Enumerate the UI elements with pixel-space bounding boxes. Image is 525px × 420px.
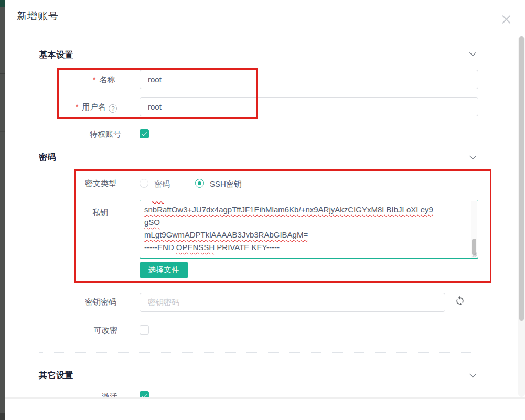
add-account-modal: 新增账号 基本设置 *名称 *用户名 特权账号 密码 密文类型 密码 SSH密钥… (5, 0, 525, 420)
background-sidebar-footer (0, 413, 5, 420)
background-sidebar-divider (0, 131, 5, 132)
secret-type-label: 密文类型 (85, 179, 116, 189)
private-key-textarea[interactable]: snbRaftOw3+JU7dx4agpTffJF1EihMlam6Kb/+nx… (140, 200, 478, 259)
refresh-icon[interactable] (455, 296, 466, 307)
key-password-label: 密钥密码 (85, 297, 116, 307)
radio-password-label[interactable]: 密码 (154, 179, 170, 189)
username-label: *用户名 (76, 102, 117, 113)
chevron-down-icon[interactable] (470, 50, 476, 56)
screenshot-stage: 新增账号 基本设置 *名称 *用户名 特权账号 密码 密文类型 密码 SSH密钥… (0, 0, 525, 420)
section-other-settings: 其它设置 (39, 370, 73, 381)
required-asterisk: * (93, 76, 95, 84)
name-label: *名称 (93, 75, 115, 85)
header-divider (5, 36, 525, 36)
radio-ssh-key[interactable] (195, 179, 204, 188)
background-sidebar-logo-area (0, 0, 5, 7)
close-icon[interactable] (500, 13, 513, 26)
privileged-label: 特权账号 (90, 130, 121, 139)
modal-scrollbar-thumb[interactable] (519, 36, 524, 321)
chevron-down-icon[interactable] (470, 154, 476, 159)
background-sidebar (0, 0, 5, 420)
radio-password[interactable] (140, 179, 148, 188)
background-sidebar-divider (0, 73, 5, 74)
resize-grip-icon[interactable] (471, 251, 477, 257)
key-password-input[interactable] (140, 293, 445, 312)
changeable-label: 可改密 (94, 326, 117, 336)
section-divider (39, 352, 478, 353)
chevron-down-icon[interactable] (470, 372, 476, 378)
username-input[interactable] (140, 97, 478, 116)
modal-footer (5, 397, 525, 420)
choose-file-button[interactable]: 选择文件 (140, 262, 188, 278)
privileged-checkbox[interactable] (140, 129, 149, 138)
radio-ssh-key-label[interactable]: SSH密钥 (210, 179, 242, 189)
modal-title: 新增账号 (17, 9, 59, 23)
required-asterisk: * (76, 103, 78, 111)
changeable-checkbox[interactable] (140, 325, 149, 335)
private-key-label: 私钥 (92, 208, 108, 218)
section-basic-settings: 基本设置 (39, 50, 73, 61)
help-icon[interactable] (109, 104, 117, 113)
name-input[interactable] (140, 70, 478, 89)
private-key-content: snbRaftOw3+JU7dx4agpTffJF1EihMlam6Kb/+nx… (144, 203, 469, 254)
section-password: 密码 (39, 152, 56, 163)
